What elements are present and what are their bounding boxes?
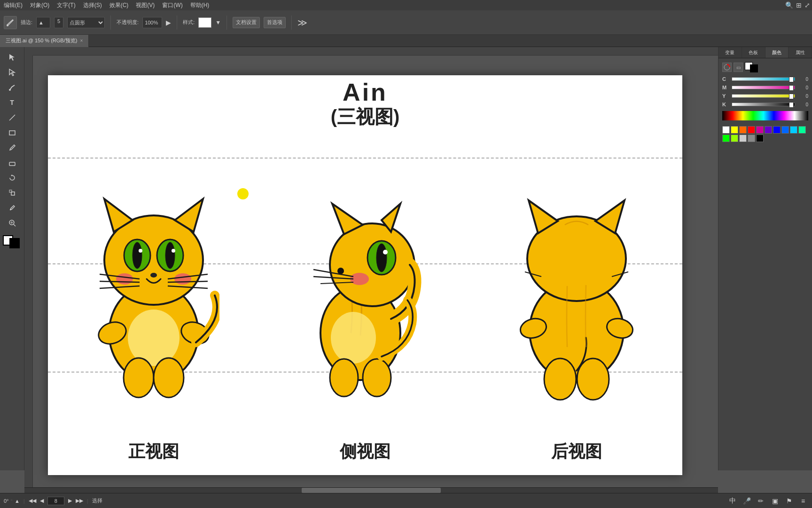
tool-label: 描边: xyxy=(21,19,32,26)
menu-effect[interactable]: 效果(C) xyxy=(109,1,129,9)
rotate-up-btn[interactable]: ▲ xyxy=(15,498,20,504)
swatch-purple[interactable] xyxy=(765,126,772,134)
color-wheel-btn[interactable] xyxy=(722,63,732,72)
opacity-arrow[interactable]: ▶ xyxy=(166,19,171,26)
svg-point-0 xyxy=(7,24,8,26)
doc-settings-button[interactable]: 文档设置 xyxy=(233,17,260,28)
type-tool[interactable]: T xyxy=(4,96,21,109)
svg-point-32 xyxy=(128,310,180,366)
status-icon-zh[interactable]: 中 xyxy=(727,496,738,506)
pen-tool[interactable] xyxy=(4,81,21,94)
swatch-white[interactable] xyxy=(722,126,730,134)
status-icon-draw[interactable]: ✏ xyxy=(756,496,766,506)
swatch-blue[interactable] xyxy=(773,126,781,134)
page-prev-btn[interactable]: ◀◀ xyxy=(29,498,36,504)
swatch-lightblue[interactable] xyxy=(781,126,789,134)
rotate-tool[interactable] xyxy=(4,171,21,184)
style-swatch[interactable] xyxy=(198,17,211,28)
page-number-input[interactable]: 8 xyxy=(47,497,64,505)
size-up-btn[interactable] xyxy=(36,17,50,28)
m-slider[interactable] xyxy=(732,86,795,89)
page-next-btn[interactable]: ▶ xyxy=(68,498,72,504)
k-thumb[interactable] xyxy=(789,102,794,108)
status-sep-1: ° xyxy=(11,498,13,504)
rotation-value[interactable]: 0° xyxy=(4,498,9,504)
swatch-lime[interactable] xyxy=(731,135,738,142)
page-next2-btn[interactable]: ▶▶ xyxy=(76,498,83,504)
direct-selection-tool[interactable] xyxy=(4,66,21,79)
menu-select[interactable]: 选择(S) xyxy=(83,1,102,9)
status-icon-grid[interactable]: ▣ xyxy=(770,496,780,506)
canvas-area[interactable]: Ain (三视图) xyxy=(24,47,718,493)
grid-icon[interactable]: ⊞ xyxy=(796,1,802,9)
swatch-darkgray[interactable] xyxy=(748,135,755,142)
expand-icon[interactable]: ≫ xyxy=(297,17,307,28)
y-thumb[interactable] xyxy=(789,94,794,99)
menu-text[interactable]: 文字(T) xyxy=(57,1,75,9)
status-icon-flag[interactable]: ⚑ xyxy=(784,496,794,506)
svg-rect-3 xyxy=(9,131,15,135)
swatch-black[interactable] xyxy=(756,135,764,142)
menu-help[interactable]: 帮助(H) xyxy=(190,1,210,9)
c-thumb[interactable] xyxy=(789,77,794,82)
swatch-gray[interactable] xyxy=(739,135,747,142)
status-icon-mic[interactable]: 🎤 xyxy=(742,496,752,506)
swatch-magenta[interactable] xyxy=(756,126,764,134)
swatch-teal[interactable] xyxy=(798,126,806,134)
document-title: Ain (三视图) xyxy=(48,80,682,129)
menu-view[interactable]: 视图(V) xyxy=(136,1,155,9)
svg-point-49 xyxy=(331,312,376,364)
svg-point-42 xyxy=(376,244,387,272)
zoom-tool[interactable] xyxy=(4,216,21,230)
rp-tab-color[interactable]: 颜色 xyxy=(765,47,789,58)
brush-shape-select[interactable]: 点圆形 xyxy=(67,17,105,28)
k-slider[interactable] xyxy=(732,103,795,106)
rp-tab-variable[interactable]: 变量 xyxy=(718,47,742,58)
fill-stroke-indicator[interactable] xyxy=(3,235,20,248)
menu-object[interactable]: 对象(O) xyxy=(30,1,49,9)
horizontal-scrollbar[interactable] xyxy=(24,487,718,493)
status-icon-menu[interactable]: ≡ xyxy=(798,496,808,506)
line-tool[interactable] xyxy=(4,111,21,124)
swatch-orange[interactable] xyxy=(739,126,747,134)
resize-icon[interactable]: ⤢ xyxy=(804,1,810,9)
m-thumb[interactable] xyxy=(789,85,794,91)
scale-tool[interactable] xyxy=(4,186,21,199)
color-spectrum-bar[interactable] xyxy=(722,111,808,120)
brush-size-input[interactable]: 5 xyxy=(54,17,63,28)
grayscale-btn[interactable]: ▭ xyxy=(734,63,743,72)
menu-edit[interactable]: 编辑(E) xyxy=(4,1,23,9)
rp-tab-properties[interactable]: 属性 xyxy=(789,47,812,58)
brush-tool-icon[interactable] xyxy=(4,16,17,29)
paintbrush-tool[interactable] xyxy=(4,141,21,154)
k-label: K xyxy=(722,102,729,107)
tab-close-btn[interactable]: × xyxy=(80,38,83,43)
rect-tool[interactable] xyxy=(4,126,21,139)
style-label: 样式: xyxy=(183,19,195,26)
color-fill-indicator[interactable] xyxy=(745,62,758,72)
tool-status-label: 选择 xyxy=(92,497,102,504)
y-slider[interactable] xyxy=(732,94,795,98)
preferences-button[interactable]: 首选项 xyxy=(264,17,286,28)
eraser-tool[interactable] xyxy=(4,156,21,169)
document-tab[interactable]: 三视图.ai @ 150 % (RGB/预览) × xyxy=(0,35,89,47)
swatch-yellow[interactable] xyxy=(731,126,738,134)
rp-tab-swatch[interactable]: 色板 xyxy=(742,47,765,58)
opacity-input[interactable]: 100% xyxy=(142,17,162,28)
selection-tool[interactable] xyxy=(4,51,21,64)
page-prev2-btn[interactable]: ◀ xyxy=(40,498,44,504)
menu-window[interactable]: 窗口(W) xyxy=(162,1,182,9)
style-arrow[interactable]: ▼ xyxy=(215,19,221,26)
svg-point-21 xyxy=(165,242,175,269)
y-value: 0 xyxy=(798,94,808,99)
c-slider[interactable] xyxy=(732,77,795,81)
eyedropper-tool[interactable] xyxy=(4,201,21,214)
stroke-box[interactable] xyxy=(9,238,20,248)
search-icon[interactable]: 🔍 xyxy=(785,1,793,9)
tab-bar: 三视图.ai @ 150 % (RGB/预览) × xyxy=(0,35,812,47)
swatch-green[interactable] xyxy=(722,135,730,142)
separator-1 xyxy=(110,16,111,30)
swatch-cyan[interactable] xyxy=(790,126,797,134)
scrollbar-thumb[interactable] xyxy=(302,488,440,493)
swatch-red[interactable] xyxy=(748,126,755,134)
